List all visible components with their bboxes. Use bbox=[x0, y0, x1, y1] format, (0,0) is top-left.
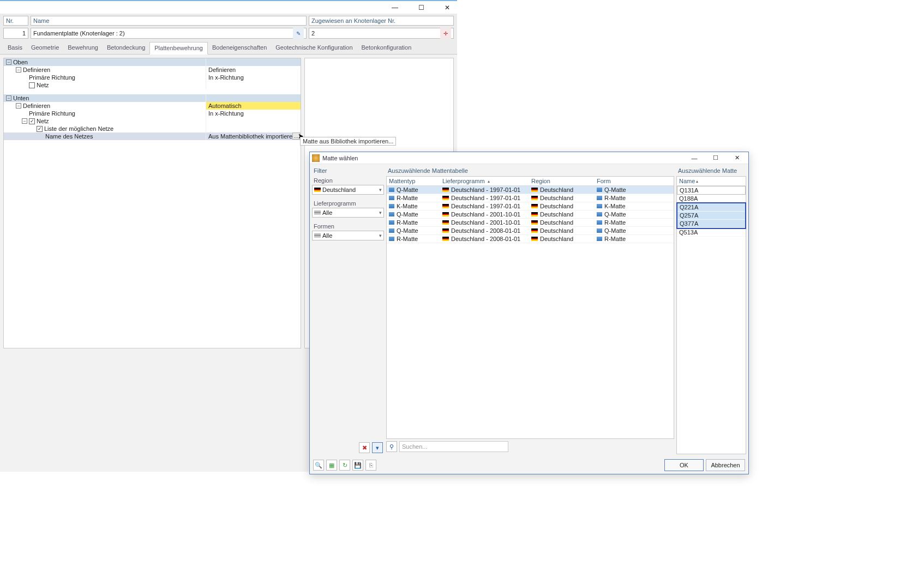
tab-geometrie[interactable]: Geometrie bbox=[27, 42, 63, 54]
table-row[interactable]: Q-MatteDeutschland - 2001-10-01Deutschla… bbox=[387, 210, 674, 219]
pick-node-icon[interactable]: ✛ bbox=[440, 28, 451, 39]
tree-section-oben[interactable]: − Oben bbox=[4, 58, 301, 66]
flag-icon bbox=[442, 188, 449, 192]
cancel-button[interactable]: Abbrechen bbox=[706, 459, 745, 471]
tab-plattenbewehrung[interactable]: Plattenbewehrung bbox=[149, 42, 208, 55]
list-item[interactable]: Q131A bbox=[677, 186, 746, 195]
clear-filter-button[interactable]: ✖ bbox=[359, 442, 370, 453]
table-row[interactable]: R-MatteDeutschland - 2001-10-01Deutschla… bbox=[387, 219, 674, 227]
tree-value[interactable]: Definieren bbox=[206, 66, 301, 74]
tab-bodeneigenschaften[interactable]: Bodeneigenschaften bbox=[208, 42, 271, 54]
matte-icon bbox=[389, 228, 394, 233]
matte-icon bbox=[597, 228, 602, 233]
filter-liefer-select[interactable]: Alle ▾ bbox=[312, 208, 384, 218]
list-item[interactable]: Q257A bbox=[677, 212, 745, 220]
dialog-minimize-button[interactable]: — bbox=[685, 153, 704, 163]
matte-icon bbox=[597, 196, 602, 200]
tab-geotechnische[interactable]: Geotechnische Konfiguration bbox=[271, 42, 357, 54]
table-row[interactable]: Q-MatteDeutschland - 2008-01-01Deutschla… bbox=[387, 227, 674, 235]
value-nr[interactable]: 1 bbox=[3, 28, 28, 39]
property-tree: − Oben − Definieren Definieren Primäre R… bbox=[3, 58, 301, 348]
col-form[interactable]: Form bbox=[595, 178, 674, 184]
edit-name-icon[interactable]: ✎ bbox=[293, 28, 304, 39]
col-lieferprogramm[interactable]: Lieferprogramm▴ bbox=[440, 178, 529, 184]
tree-row-name-netz[interactable]: Name des Netzes Aus Mattenbibliothek imp… bbox=[4, 133, 301, 140]
tree-value[interactable]: In x-Richtung bbox=[206, 74, 301, 81]
tree-row-primaer-unten[interactable]: Primäre Richtung In x-Richtung bbox=[4, 110, 301, 117]
list-item[interactable]: Q513A bbox=[677, 228, 746, 237]
browse-library-button[interactable]: … bbox=[292, 133, 300, 140]
header-values: 1 Fundamentplatte (Knotenlager : 2) ✎ 2 … bbox=[0, 28, 457, 42]
matte-icon bbox=[389, 237, 394, 241]
flag-icon bbox=[531, 188, 538, 192]
collapse-icon[interactable]: − bbox=[16, 103, 21, 109]
collapse-icon[interactable]: − bbox=[6, 95, 11, 101]
header-labels: Nr. Name Zugewiesen an Knotenlager Nr. bbox=[0, 14, 457, 28]
tree-label: Oben bbox=[13, 59, 28, 65]
list-item[interactable]: Q377A bbox=[677, 220, 745, 228]
table-row[interactable]: R-MatteDeutschland - 1997-01-01Deutschla… bbox=[387, 194, 674, 202]
apply-filter-button[interactable]: ▾ bbox=[372, 442, 383, 453]
table-head: Mattentyp Lieferprogramm▴ Region Form bbox=[387, 177, 674, 186]
dialog-footer: 🔍 ▦ ↻ 💾 ⎘ OK Abbrechen bbox=[310, 456, 748, 474]
names-col-head[interactable]: Name▴ bbox=[677, 177, 746, 186]
collapse-icon[interactable]: − bbox=[6, 59, 11, 65]
tab-basis[interactable]: Basis bbox=[3, 42, 27, 54]
footer-tool-3[interactable]: ↻ bbox=[339, 460, 350, 471]
checkbox-icon[interactable]: ✓ bbox=[29, 118, 35, 124]
flag-icon bbox=[314, 188, 321, 192]
filter-region-select[interactable]: Deutschland ▾ bbox=[312, 185, 384, 195]
value-name[interactable]: Fundamentplatte (Knotenlager : 2) bbox=[33, 30, 125, 37]
tree-value[interactable]: In x-Richtung bbox=[206, 110, 301, 117]
checkbox-icon[interactable] bbox=[29, 82, 35, 88]
minimize-button[interactable]: — bbox=[386, 2, 404, 13]
tree-row-primaer-oben[interactable]: Primäre Richtung In x-Richtung bbox=[4, 74, 301, 81]
footer-tool-4[interactable]: 💾 bbox=[352, 460, 363, 471]
footer-tool-1[interactable]: 🔍 bbox=[313, 460, 324, 471]
tab-betondeckung[interactable]: Betondeckung bbox=[103, 42, 149, 54]
search-action-button[interactable]: ⚲ bbox=[386, 441, 397, 452]
dialog-close-button[interactable]: ✕ bbox=[728, 153, 746, 163]
col-region[interactable]: Region bbox=[529, 178, 595, 184]
footer-tool-5[interactable]: ⎘ bbox=[365, 460, 376, 471]
flag-icon bbox=[531, 204, 538, 208]
ok-button[interactable]: OK bbox=[664, 459, 704, 471]
table-row[interactable]: K-MatteDeutschland - 1997-01-01Deutschla… bbox=[387, 202, 674, 210]
filter-formen-select[interactable]: Alle ▾ bbox=[312, 231, 384, 240]
tree-row-netz-oben[interactable]: Netz bbox=[4, 81, 301, 89]
tab-betonkonfiguration[interactable]: Betonkonfiguration bbox=[357, 42, 416, 54]
chevron-down-icon: ▾ bbox=[379, 187, 382, 192]
tree-value-auto[interactable]: Automatisch bbox=[206, 102, 301, 110]
value-assign-wrap: 2 ✛ bbox=[309, 28, 454, 39]
tree-value-import[interactable]: Aus Mattenbibliothek importieren … bbox=[206, 133, 301, 140]
tree-label: Unten bbox=[13, 95, 29, 101]
tree-row-netz-unten[interactable]: − ✓ Netz bbox=[4, 117, 301, 125]
footer-tool-2[interactable]: ▦ bbox=[326, 460, 337, 471]
table-row[interactable]: Q-MatteDeutschland - 1997-01-01Deutschla… bbox=[387, 186, 674, 194]
list-item[interactable]: Q188A bbox=[677, 195, 746, 203]
tree-label: Netz bbox=[37, 118, 49, 124]
col-mattentyp[interactable]: Mattentyp bbox=[387, 178, 440, 184]
flag-icon bbox=[531, 212, 538, 216]
value-name-wrap: Fundamentplatte (Knotenlager : 2) ✎ bbox=[31, 28, 307, 39]
checkbox-icon[interactable]: ✓ bbox=[37, 126, 43, 132]
maximize-button[interactable]: ☐ bbox=[412, 2, 430, 13]
filter-toolbar: ✖ ▾ bbox=[312, 441, 384, 454]
collapse-icon[interactable]: − bbox=[16, 67, 21, 73]
tree-section-unten[interactable]: − Unten bbox=[4, 94, 301, 102]
list-item[interactable]: Q221A bbox=[677, 203, 745, 212]
dialog-icon bbox=[312, 154, 320, 162]
header-assigned: Zugewiesen an Knotenlager Nr. bbox=[309, 16, 454, 26]
tree-row-definieren-unten[interactable]: − Definieren Automatisch bbox=[4, 102, 301, 110]
tab-bewehrung[interactable]: Bewehrung bbox=[63, 42, 103, 54]
dialog-maximize-button[interactable]: ☐ bbox=[706, 153, 725, 163]
tree-row-definieren-oben[interactable]: − Definieren Definieren bbox=[4, 66, 301, 74]
collapse-icon[interactable]: − bbox=[22, 118, 27, 124]
search-input[interactable]: Suchen... bbox=[399, 441, 508, 452]
matte-icon bbox=[389, 196, 394, 200]
close-button[interactable]: ✕ bbox=[439, 2, 456, 13]
table-row[interactable]: R-MatteDeutschland - 2008-01-01Deutschla… bbox=[387, 235, 674, 243]
value-assign[interactable]: 2 bbox=[311, 30, 315, 37]
tree-label: Definieren bbox=[23, 103, 50, 109]
tree-row-liste[interactable]: ✓ Liste der möglichen Netze bbox=[4, 125, 301, 133]
